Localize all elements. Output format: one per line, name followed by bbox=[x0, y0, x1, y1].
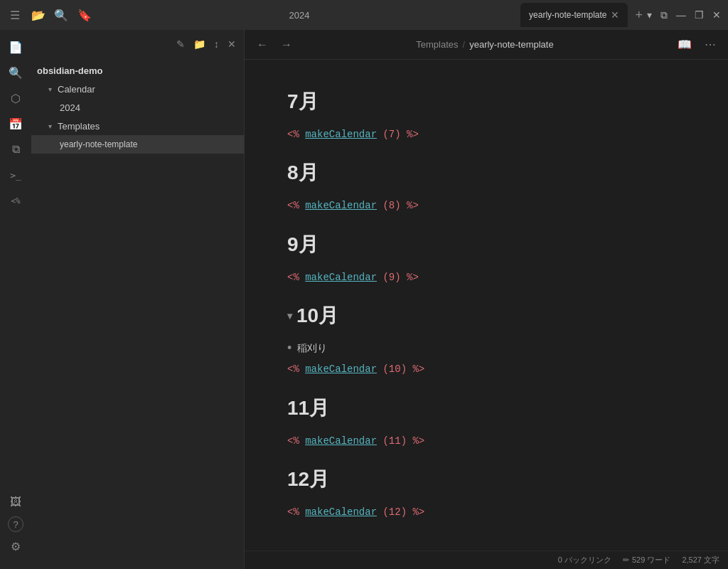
tmpl-open-sept: <% bbox=[287, 272, 299, 283]
forward-button[interactable]: → bbox=[277, 36, 296, 53]
code-december: <% makeCalendar (12) %> bbox=[287, 504, 685, 520]
tmpl-func-july: makeCalendar bbox=[305, 129, 377, 140]
tmpl-arg-oct: (10) bbox=[382, 363, 407, 375]
heading-october[interactable]: ▾ 10月 bbox=[287, 302, 685, 329]
sidebar-item-calendar[interactable]: ▾ Calendar bbox=[31, 80, 244, 98]
files-icon[interactable]: 📄 bbox=[4, 36, 27, 58]
titlebar-right: ▾ ⧉ — ❐ ✕ bbox=[647, 9, 721, 21]
tmpl-close-oct: %> bbox=[412, 363, 424, 375]
tab-close-button[interactable]: ✕ bbox=[611, 9, 619, 21]
chevron-down-icon-2: ▾ bbox=[48, 122, 52, 130]
section-september: 9月 <% makeCalendar (9) %> bbox=[287, 231, 685, 285]
tmpl-close-nov: %> bbox=[412, 435, 424, 447]
tmpl-close-july: %> bbox=[407, 129, 419, 140]
tmpl-arg-dec: (12) bbox=[382, 506, 407, 518]
breadcrumb-current: yearly-note-template bbox=[469, 39, 554, 50]
tmpl-arg-nov: (11) bbox=[382, 435, 407, 447]
section-december: 12月 <% makeCalendar (12) %> bbox=[287, 466, 685, 520]
code-july: <% makeCalendar (7) %> bbox=[287, 127, 685, 142]
more-options-button[interactable]: ⋯ bbox=[701, 36, 719, 53]
calendar-folder-label: Calendar bbox=[58, 84, 95, 95]
help-icon[interactable]: ? bbox=[8, 516, 23, 532]
tmpl-close-sept: %> bbox=[407, 272, 419, 283]
back-button[interactable]: ← bbox=[253, 36, 272, 53]
bookmark-icon[interactable]: 🔖 bbox=[77, 4, 93, 26]
titlebar-tabs: yearly-note-template ✕ + bbox=[520, 3, 647, 27]
sort-button[interactable]: ↕ bbox=[212, 36, 221, 52]
tmpl-func-oct: makeCalendar bbox=[305, 363, 377, 375]
code-september: <% makeCalendar (9) %> bbox=[287, 270, 685, 285]
tmpl-func-august: makeCalendar bbox=[305, 200, 377, 211]
nav-dropdown-button[interactable]: ▾ bbox=[647, 9, 652, 21]
copy-icon[interactable]: ⧉ bbox=[4, 138, 27, 161]
year-label: 2024 bbox=[289, 10, 310, 21]
section-november: 11月 <% makeCalendar (11) %> bbox=[287, 395, 685, 449]
sidebar-toggle-icon[interactable]: ☰ bbox=[7, 4, 23, 26]
tmpl-open-august: <% bbox=[287, 200, 299, 211]
search-icon[interactable]: 🔍 bbox=[53, 4, 70, 26]
titlebar-center: 2024 bbox=[92, 10, 506, 21]
restore-button[interactable]: ❐ bbox=[695, 9, 704, 21]
new-folder-button[interactable]: 📁 bbox=[191, 36, 208, 52]
tmpl-close-august: %> bbox=[407, 200, 419, 211]
october-label: 10月 bbox=[296, 302, 338, 329]
pencil-icon: ✏ bbox=[623, 555, 629, 565]
code-august: <% makeCalendar (8) %> bbox=[287, 198, 685, 213]
sidebar-item-templates[interactable]: ▾ Templates bbox=[31, 117, 244, 135]
folder-icon[interactable]: 📂 bbox=[31, 4, 47, 26]
tmpl-arg-august: (8) bbox=[382, 200, 400, 211]
bullet-text-inekari: 稲刈り bbox=[297, 342, 327, 355]
chevron-down-icon: ▾ bbox=[48, 85, 52, 93]
vault-icon[interactable]: 🖼 bbox=[4, 491, 27, 514]
minimize-button[interactable]: — bbox=[676, 9, 686, 21]
chars-status: 2,527 文字 bbox=[682, 555, 719, 565]
terminal-icon[interactable]: >_ bbox=[4, 164, 27, 186]
editor-toolbar: ← → Templates / yearly-note-template 📖 ⋯ bbox=[245, 30, 728, 60]
toolbar-right: 📖 ⋯ bbox=[674, 36, 719, 53]
tmpl-open-nov: <% bbox=[287, 435, 299, 447]
vault-name-item[interactable]: obsidian-demo bbox=[31, 61, 244, 80]
collapse-chevron-october: ▾ bbox=[287, 310, 292, 321]
section-august: 8月 <% makeCalendar (8) %> bbox=[287, 159, 685, 213]
active-tab[interactable]: yearly-note-template ✕ bbox=[520, 3, 628, 27]
settings-icon[interactable]: ⚙ bbox=[4, 535, 27, 558]
sidebar-tree: obsidian-demo ▾ Calendar 2024 ▾ Template… bbox=[31, 58, 244, 569]
tmpl-open-oct: <% bbox=[287, 363, 299, 375]
editor-area: ← → Templates / yearly-note-template 📖 ⋯… bbox=[245, 30, 728, 569]
tmpl-open-july: <% bbox=[287, 129, 299, 140]
sidebar-header: ✎ 📁 ↕ ✕ bbox=[31, 30, 244, 58]
tmpl-open-dec: <% bbox=[287, 506, 299, 518]
bullet-dot-icon: • bbox=[287, 341, 291, 356]
words-text: 529 ワード bbox=[632, 555, 670, 565]
sidebar-item-yearly-note-template[interactable]: yearly-note-template bbox=[31, 135, 244, 154]
heading-august: 8月 bbox=[287, 159, 685, 186]
words-status: ✏ 529 ワード bbox=[623, 555, 670, 565]
search-sidebar-icon[interactable]: 🔍 bbox=[4, 61, 27, 84]
code-november: <% makeCalendar (11) %> bbox=[287, 433, 685, 449]
close-button[interactable]: ✕ bbox=[712, 9, 721, 21]
reading-view-button[interactable]: 📖 bbox=[674, 36, 695, 53]
tmpl-func-nov: makeCalendar bbox=[305, 435, 377, 447]
heading-december: 12月 bbox=[287, 466, 685, 493]
graph-icon[interactable]: ⬡ bbox=[4, 87, 27, 110]
icon-bar: 📄 🔍 ⬡ 📅 ⧉ >_ <% 🖼 ? ⚙ bbox=[0, 30, 31, 569]
main-layout: 📄 🔍 ⬡ 📅 ⧉ >_ <% 🖼 ? ⚙ ✎ 📁 ↕ ✕ obsidian-d… bbox=[0, 30, 728, 569]
editor-scroll[interactable]: 7月 <% makeCalendar (7) %> 8月 <% makeCale… bbox=[245, 60, 728, 551]
sidebar-item-2024[interactable]: 2024 bbox=[31, 98, 244, 117]
sidebar: ✎ 📁 ↕ ✕ obsidian-demo ▾ Calendar 2024 bbox=[31, 30, 245, 569]
calendar-sidebar-icon[interactable]: 📅 bbox=[4, 112, 27, 135]
bullet-inekari: • 稲刈り bbox=[287, 341, 685, 356]
split-view-button[interactable]: ⧉ bbox=[660, 9, 668, 21]
template-icon[interactable]: <% bbox=[4, 189, 27, 212]
new-tab-button[interactable]: + bbox=[631, 8, 647, 23]
code-october: <% makeCalendar (10) %> bbox=[287, 361, 685, 377]
backlinks-status[interactable]: 0 バックリンク bbox=[558, 555, 611, 565]
breadcrumb-separator: / bbox=[463, 39, 466, 50]
collapse-all-button[interactable]: ✕ bbox=[225, 36, 238, 52]
tmpl-arg-july: (7) bbox=[382, 129, 400, 140]
breadcrumb-parent[interactable]: Templates bbox=[416, 39, 458, 50]
section-july: 7月 <% makeCalendar (7) %> bbox=[287, 88, 685, 142]
new-note-button[interactable]: ✎ bbox=[174, 36, 187, 52]
tmpl-func-sept: makeCalendar bbox=[305, 272, 377, 283]
heading-september: 9月 bbox=[287, 231, 685, 258]
